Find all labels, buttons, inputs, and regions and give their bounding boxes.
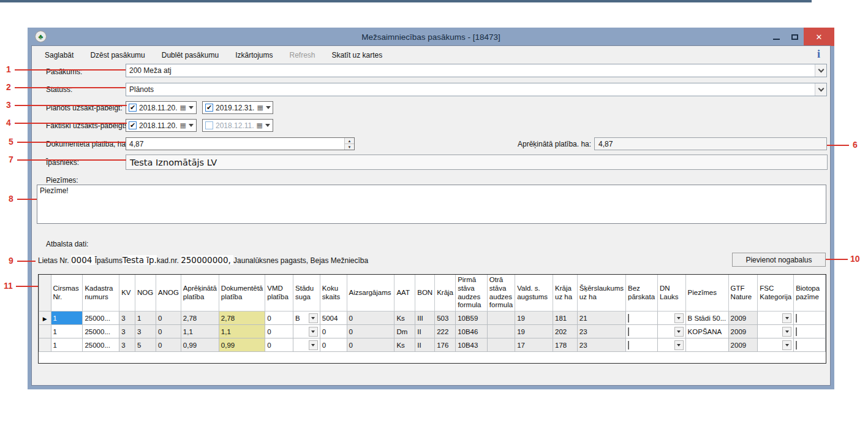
checkbox-checked-icon[interactable]: ✔ bbox=[129, 104, 137, 112]
cell-biotopa_pazime[interactable] bbox=[794, 311, 826, 325]
menu-skatit-uz-kartes[interactable]: Skatīt uz kartes bbox=[332, 51, 383, 59]
spinner-down-icon[interactable]: ▼ bbox=[345, 144, 354, 150]
col-header-bez_parskata[interactable]: Bez pārskata bbox=[625, 275, 657, 311]
col-header-vmd_platiba[interactable]: VMD platība bbox=[265, 275, 293, 311]
cell-cirsmas_nr[interactable]: 1 bbox=[51, 311, 83, 325]
cell-dropdown-button[interactable] bbox=[309, 340, 318, 350]
cell-dropdown-button[interactable] bbox=[309, 327, 318, 337]
dropdown-arrow-icon[interactable] bbox=[189, 106, 194, 109]
row-selector[interactable]: ▶ bbox=[39, 311, 51, 325]
cell-dropdown-button[interactable] bbox=[674, 313, 684, 323]
cell-kadastra_numurs[interactable]: 25000... bbox=[83, 338, 119, 352]
cell-dropdown-button[interactable] bbox=[782, 313, 791, 323]
col-header-fsc_kategorija[interactable]: FSC Kategorija bbox=[758, 275, 794, 311]
dropdown-arrow-icon[interactable] bbox=[266, 106, 271, 109]
cell-vmd_platiba[interactable]: 0 bbox=[265, 311, 293, 325]
col-header-kv[interactable]: KV bbox=[119, 275, 135, 311]
checkbox-checked-icon[interactable]: ✔ bbox=[205, 104, 213, 112]
col-header-aprekinata_platiba[interactable]: Aprēķinātā platība bbox=[181, 275, 219, 311]
col-header-pirma_stava_audzes_formula[interactable]: Pirmā stāva audzes formula bbox=[456, 275, 488, 311]
checkbox-unchecked-icon[interactable] bbox=[796, 314, 797, 323]
col-header-otra_stava_audzes_formula[interactable]: Otrā stāva audzes formula bbox=[487, 275, 515, 311]
cell-cirsmas_nr[interactable]: 1 bbox=[51, 325, 83, 338]
info-icon[interactable]: i bbox=[817, 48, 820, 61]
cell-dn_lauks[interactable] bbox=[657, 325, 685, 338]
cell-bez_parskata[interactable] bbox=[625, 311, 657, 325]
cell-dropdown-button[interactable] bbox=[782, 327, 791, 337]
cell-kadastra_numurs[interactable]: 25000... bbox=[83, 325, 119, 338]
col-header-kraja_uz_ha[interactable]: Krāja uz ha bbox=[553, 275, 578, 311]
checkbox-unchecked-icon[interactable] bbox=[796, 327, 797, 336]
faktiski-start-datepicker[interactable]: ✔ 2018.11.20. ▦ bbox=[126, 119, 197, 132]
row-selector-header[interactable] bbox=[39, 275, 51, 311]
spinner-stepper[interactable]: ▲▼ bbox=[344, 138, 354, 150]
statuss-dropdown-button[interactable] bbox=[815, 83, 826, 96]
cell-stadu_suga[interactable] bbox=[293, 338, 320, 352]
pasakums-dropdown-button[interactable] bbox=[815, 64, 826, 77]
planots-start-datepicker[interactable]: ✔ 2018.11.20. ▦ bbox=[126, 101, 197, 114]
col-header-dn_lauks[interactable]: DN Lauks bbox=[657, 275, 685, 311]
cell-bez_parskata[interactable] bbox=[625, 325, 657, 338]
dok-platiba-input[interactable]: 4,87 ▲▼ bbox=[126, 137, 355, 150]
dropdown-arrow-icon[interactable] bbox=[189, 124, 194, 127]
cell-dropdown-button[interactable] bbox=[309, 313, 318, 323]
cell-dokumenteta_platiba[interactable]: 2,78 bbox=[219, 311, 265, 325]
col-header-aat[interactable]: AAT bbox=[394, 275, 415, 311]
cell-koku_skaits[interactable]: 0 bbox=[320, 325, 347, 338]
cell-piezimes[interactable] bbox=[685, 338, 728, 352]
minimize-button[interactable] bbox=[767, 28, 785, 46]
col-header-nog[interactable]: NOG bbox=[135, 275, 156, 311]
menu-saglabat[interactable]: Saglabāt bbox=[45, 51, 74, 59]
checkbox-unchecked-icon[interactable] bbox=[628, 314, 629, 323]
cell-dn_lauks[interactable] bbox=[657, 311, 685, 325]
col-header-piezimes[interactable]: Piezīmes bbox=[685, 275, 728, 311]
col-header-cirsmas_nr[interactable]: Cirsmas Nr. bbox=[51, 275, 83, 311]
col-header-koku_skaits[interactable]: Koku skaits bbox=[320, 275, 347, 311]
checkbox-checked-icon[interactable]: ✔ bbox=[129, 121, 137, 129]
menu-izkartojums[interactable]: Izkārtojums bbox=[235, 51, 273, 59]
cell-fsc_kategorija[interactable] bbox=[758, 325, 794, 338]
cell-stadu_suga[interactable]: B bbox=[293, 311, 320, 325]
row-selector[interactable] bbox=[39, 338, 51, 352]
cell-koku_skaits[interactable]: 0 bbox=[320, 338, 347, 352]
spinner-up-icon[interactable]: ▲ bbox=[345, 138, 354, 144]
col-header-kraja[interactable]: Krāja bbox=[435, 275, 456, 311]
checkbox-unchecked-icon[interactable] bbox=[796, 341, 797, 350]
menu-dublet-pasakumu[interactable]: Dublēt pasākumu bbox=[162, 51, 219, 59]
col-header-kadastra_numurs[interactable]: Kadastra numurs bbox=[83, 275, 119, 311]
close-button[interactable]: ✕ bbox=[804, 28, 834, 46]
cell-dokumenteta_platiba[interactable]: 0,99 bbox=[219, 338, 265, 352]
cell-stadu_suga[interactable] bbox=[293, 325, 320, 338]
dropdown-arrow-icon[interactable] bbox=[265, 124, 270, 127]
faktiski-end-datepicker[interactable]: 2018.12.11. ▦ bbox=[202, 119, 273, 132]
cell-dn_lauks[interactable] bbox=[657, 338, 685, 352]
col-header-skerslaukums_uz_ha[interactable]: Šķērslaukums uz ha bbox=[577, 275, 625, 311]
pasakums-combobox[interactable]: 200 Meža atj bbox=[126, 64, 827, 77]
planots-end-datepicker[interactable]: ✔ 2019.12.31. ▦ bbox=[202, 101, 273, 114]
col-header-bon[interactable]: BON bbox=[415, 275, 435, 311]
checkbox-unchecked-icon[interactable] bbox=[205, 121, 213, 129]
cell-biotopa_pazime[interactable] bbox=[794, 338, 826, 352]
col-header-biotopa_pazime[interactable]: Biotopa pazīme bbox=[794, 275, 826, 311]
pievienot-nogabalus-button[interactable]: Pievienot nogabalus bbox=[732, 253, 826, 267]
col-header-stadu_suga[interactable]: Stādu suga bbox=[293, 275, 320, 311]
piezimes-textarea[interactable]: Piezīme! bbox=[37, 185, 826, 224]
cell-dropdown-button[interactable] bbox=[674, 327, 684, 337]
col-header-dokumenteta_platiba[interactable]: Dokumentētā platība bbox=[219, 275, 265, 311]
cell-kadastra_numurs[interactable]: 25000... bbox=[83, 311, 119, 325]
col-header-vald_s_augstums[interactable]: Vald. s. augstums bbox=[515, 275, 553, 311]
checkbox-unchecked-icon[interactable] bbox=[628, 327, 629, 336]
cell-dropdown-button[interactable] bbox=[674, 340, 684, 350]
cell-cirsmas_nr[interactable]: 1 bbox=[51, 338, 83, 352]
cell-piezimes[interactable]: B Stādi 50... bbox=[685, 311, 728, 325]
cell-biotopa_pazime[interactable] bbox=[794, 325, 826, 338]
cell-bez_parskata[interactable] bbox=[625, 338, 657, 352]
statuss-combobox[interactable]: Plānots bbox=[126, 83, 827, 96]
row-selector[interactable] bbox=[39, 325, 51, 338]
checkbox-unchecked-icon[interactable] bbox=[628, 341, 629, 350]
cell-vmd_platiba[interactable]: 0 bbox=[265, 325, 293, 338]
cell-piezimes[interactable]: KOPŠANA bbox=[685, 325, 728, 338]
col-header-aizsargajams[interactable]: Aizsargājams bbox=[347, 275, 394, 311]
col-header-gtf_nature[interactable]: GTF Nature bbox=[728, 275, 758, 311]
menu-dzest-pasakumu[interactable]: Dzēst pasākumu bbox=[90, 51, 145, 59]
